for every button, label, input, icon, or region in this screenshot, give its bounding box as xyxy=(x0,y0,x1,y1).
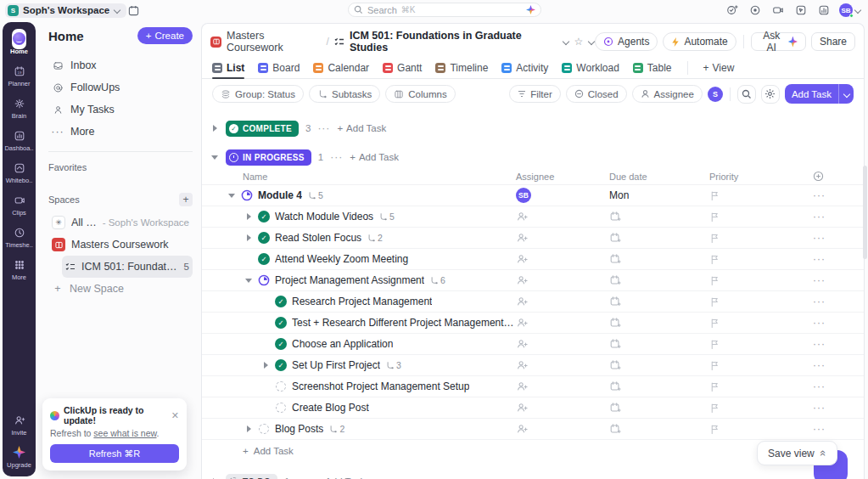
add-due-date-icon[interactable] xyxy=(609,359,709,371)
rail-item-home[interactable]: Home xyxy=(3,27,36,59)
automate-button[interactable]: Automate xyxy=(663,32,736,51)
rail-item-planner[interactable]: 19 Planner xyxy=(3,59,36,92)
space-item-icm-501[interactable]: ICM 501: Foundations i... 5 xyxy=(62,256,193,278)
status-complete-icon[interactable]: ✓ xyxy=(258,211,270,223)
group-add-task[interactable]: +Add Task xyxy=(337,123,386,133)
chevron-down-icon[interactable] xyxy=(563,38,569,45)
tab-list[interactable]: List xyxy=(212,58,244,78)
subtask-count[interactable]: 3 xyxy=(385,360,401,370)
status-complete-icon[interactable]: ✓ xyxy=(275,338,287,350)
row-menu-icon[interactable]: ··· xyxy=(813,359,826,371)
tab-calendar[interactable]: Calendar xyxy=(313,58,369,78)
rail-item-clips[interactable]: Clips xyxy=(3,189,36,221)
priority-flag-icon[interactable] xyxy=(709,190,811,201)
rail-item-invite[interactable]: Invite xyxy=(3,409,36,441)
sidebar-item-followups[interactable]: FollowUps xyxy=(48,76,193,99)
new-space-button[interactable]: + New Space xyxy=(48,278,193,300)
scrollbar[interactable] xyxy=(863,166,867,259)
row-menu-icon[interactable]: ··· xyxy=(813,317,826,329)
status-in-progress-icon[interactable] xyxy=(241,189,253,201)
add-assignee-icon[interactable] xyxy=(516,380,609,392)
toolbar-pill-group[interactable]: Group: Status xyxy=(212,85,304,103)
task-check-icon[interactable] xyxy=(725,3,740,18)
status-complete-icon[interactable]: ✓ xyxy=(275,317,287,329)
task-row[interactable]: Project Management Assignment 6 ··· xyxy=(202,270,864,291)
subtask-count[interactable]: 6 xyxy=(429,275,445,285)
row-menu-icon[interactable]: ··· xyxy=(813,232,826,244)
subtask-count[interactable]: 2 xyxy=(367,233,383,243)
rail-item-upgrade[interactable]: Upgrade xyxy=(3,441,36,473)
record-icon[interactable] xyxy=(748,3,763,18)
add-due-date-icon[interactable] xyxy=(609,402,709,414)
toolbar-pill-subtasks[interactable]: Subtasks xyxy=(309,85,380,103)
row-menu-icon[interactable]: ··· xyxy=(813,189,826,201)
status-todo-icon[interactable] xyxy=(276,381,286,392)
see-whats-new-link[interactable]: see what is new xyxy=(93,428,156,438)
priority-flag-icon[interactable] xyxy=(709,318,811,329)
tab-timeline[interactable]: Timeline xyxy=(435,58,488,78)
closed-button[interactable]: Closed xyxy=(566,85,627,103)
status-complete-icon[interactable]: ✓ xyxy=(258,232,270,244)
task-row[interactable]: Blog Posts 2 ··· xyxy=(202,419,864,440)
add-due-date-icon[interactable] xyxy=(609,253,709,265)
collapse-caret-icon[interactable] xyxy=(210,153,219,161)
tab-activity[interactable]: Activity xyxy=(501,58,548,78)
priority-flag-icon[interactable] xyxy=(709,339,811,350)
search-tasks-button[interactable] xyxy=(737,85,756,104)
add-assignee-icon[interactable] xyxy=(516,423,609,435)
toolbar-pill-columns[interactable]: Columns xyxy=(385,85,455,103)
chevron-down-icon[interactable] xyxy=(588,38,595,45)
add-assignee-icon[interactable] xyxy=(516,296,609,307)
group-menu-icon[interactable]: ··· xyxy=(317,122,330,134)
save-view-button[interactable]: Save view « xyxy=(757,441,837,465)
row-menu-icon[interactable]: ··· xyxy=(813,402,826,414)
priority-flag-icon[interactable] xyxy=(709,211,811,223)
sidebar-item-more[interactable]: ··· More xyxy=(48,121,193,143)
group-add-task[interactable]: +Add Task xyxy=(350,152,399,162)
sidebar-item-inbox[interactable]: Inbox xyxy=(48,54,193,76)
task-row[interactable]: ✓ Watch Module Videos 5 ··· xyxy=(202,206,864,228)
row-menu-icon[interactable]: ··· xyxy=(813,423,826,435)
collapse-caret-icon[interactable] xyxy=(244,276,253,285)
space-item-all-tasks[interactable]: ✳ All Tasks - Soph's Workspace xyxy=(48,211,193,234)
task-row[interactable]: ✓ Test + Research Different Project Mana… xyxy=(202,313,864,334)
add-due-date-icon[interactable] xyxy=(609,211,709,223)
row-menu-icon[interactable]: ··· xyxy=(813,338,826,350)
rail-item-more[interactable]: More xyxy=(3,253,36,285)
subtask-count[interactable]: 5 xyxy=(307,190,323,200)
group-menu-icon[interactable]: ··· xyxy=(296,476,309,479)
task-row[interactable]: ✓ Set Up First Project 3 ··· xyxy=(202,355,864,376)
space-item-masters-coursework[interactable]: Masters Coursework xyxy=(48,234,193,256)
status-todo-icon[interactable] xyxy=(276,403,286,413)
priority-flag-icon[interactable] xyxy=(709,403,811,414)
add-due-date-icon[interactable] xyxy=(609,296,709,307)
add-due-date-icon[interactable] xyxy=(609,380,709,392)
status-complete-icon[interactable]: ✓ xyxy=(275,359,287,371)
add-assignee-icon[interactable] xyxy=(516,359,609,371)
rail-item-whiteboards[interactable]: Whitebo.. xyxy=(3,156,36,189)
due-date[interactable]: Mon xyxy=(609,189,629,201)
status-todo-icon[interactable] xyxy=(259,424,269,434)
tab-workload[interactable]: Workload xyxy=(562,58,619,78)
subtask-count[interactable]: 2 xyxy=(328,424,344,434)
task-row[interactable]: ✓ Attend Weekly Zoom Meeting ··· xyxy=(202,249,864,270)
status-badge-todo[interactable]: TO DO xyxy=(226,474,277,479)
assignee-avatar[interactable]: S xyxy=(708,87,723,102)
task-row[interactable]: ✓ Research Project Management ··· xyxy=(202,291,864,313)
priority-flag-icon[interactable] xyxy=(709,254,811,265)
sidebar-item-mytasks[interactable]: My Tasks xyxy=(48,99,193,121)
create-button[interactable]: +Create xyxy=(137,27,193,44)
rail-item-brain[interactable]: Brain xyxy=(3,92,36,124)
add-assignee-icon[interactable] xyxy=(516,402,609,414)
rail-item-timesheets[interactable]: Timeshe.. xyxy=(3,221,36,253)
expand-caret-icon[interactable] xyxy=(261,361,270,369)
favorite-star-icon[interactable]: ☆ xyxy=(574,36,584,48)
task-name[interactable]: Create Blog Post xyxy=(292,402,369,414)
expand-caret-icon[interactable] xyxy=(244,234,253,242)
add-assignee-icon[interactable] xyxy=(516,338,609,350)
task-row[interactable]: ✓ Choose an Application ··· xyxy=(202,334,864,355)
row-menu-icon[interactable]: ··· xyxy=(813,380,826,392)
expand-caret-icon[interactable] xyxy=(210,124,219,132)
task-name[interactable]: Screenshot Project Management Setup xyxy=(292,380,469,392)
task-name[interactable]: Choose an Application xyxy=(292,338,393,350)
